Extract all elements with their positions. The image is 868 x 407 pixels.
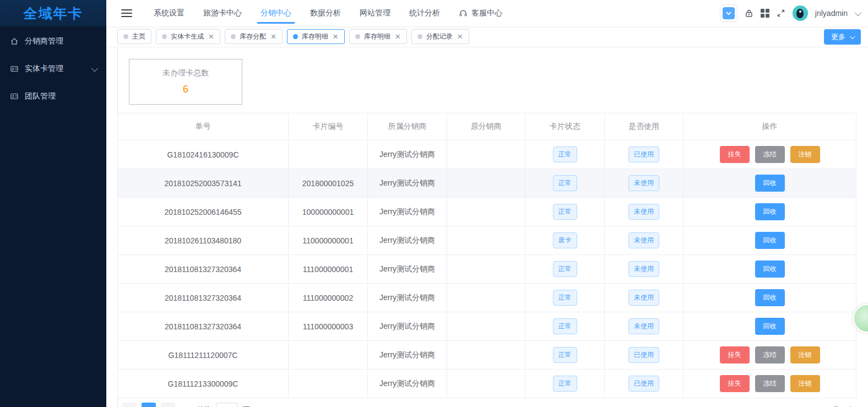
nav-item-7[interactable]: 客服中心	[449, 0, 512, 26]
action-button-primary[interactable]: 回收	[755, 203, 785, 220]
original-distributor-cell	[447, 341, 525, 370]
close-icon[interactable]: ✕	[208, 33, 214, 40]
distributor-cell: Jerry测试分销商	[368, 312, 447, 341]
sidebar-item-label: 团队管理	[25, 91, 56, 101]
table-row: 201811081327320364111000000001Jerry测试分销商…	[118, 255, 856, 284]
action-button-primary[interactable]: 回收	[755, 175, 785, 192]
card-status-cell: 正常	[525, 198, 605, 226]
tab-2[interactable]: 实体卡生成✕	[156, 29, 220, 44]
home-icon	[10, 37, 19, 46]
nav-item-4[interactable]: 数据分析	[301, 0, 350, 26]
lock-icon[interactable]	[745, 9, 753, 18]
close-icon[interactable]: ✕	[395, 33, 401, 40]
nav-item-6[interactable]: 统计分析	[400, 0, 449, 26]
nav-item-label: 旅游卡中心	[203, 8, 242, 18]
current-page-button[interactable]: 1	[142, 403, 156, 407]
more-tabs-button[interactable]: 更多	[824, 29, 861, 45]
order-number-cell: 201811081327320364	[118, 284, 289, 312]
apps-grid-icon[interactable]	[761, 9, 769, 18]
usage-status-badge: 未使用	[628, 318, 659, 334]
inventory-table: 单号卡片编号所属分销商原分销商卡片状态是否使用操作 G1810241613000…	[117, 113, 856, 398]
tab-4[interactable]: 库存明细✕	[287, 29, 345, 44]
usage-status-cell: 未使用	[605, 255, 683, 284]
tab-3[interactable]: 库存分配✕	[225, 29, 283, 44]
sidebar-item-1[interactable]: 分销商管理	[0, 28, 106, 55]
tab-5[interactable]: 库存明细✕	[349, 29, 407, 44]
prev-page-button[interactable]	[122, 403, 137, 407]
sidebar-item-label: 实体卡管理	[25, 64, 63, 74]
usage-status-cell: 已使用	[605, 140, 683, 169]
card-number-cell: 111000000003	[289, 312, 368, 341]
action-button-primary[interactable]: 回收	[755, 318, 785, 335]
card-status-cell: 正常	[525, 341, 605, 370]
card-number-cell: 111000000001	[289, 255, 368, 284]
hamburger-menu-icon[interactable]	[121, 7, 132, 19]
close-icon[interactable]: ✕	[457, 33, 463, 40]
sidebar-item-label: 分销商管理	[25, 36, 63, 46]
usage-status-cell: 未使用	[605, 284, 683, 312]
original-distributor-cell	[447, 140, 525, 169]
fullscreen-icon[interactable]	[777, 9, 785, 18]
action-button-warning[interactable]: 注销	[790, 346, 820, 363]
action-button-info[interactable]: 冻结	[755, 375, 785, 392]
close-icon[interactable]: ✕	[333, 33, 339, 40]
quick-action-dropdown-button[interactable]	[720, 4, 737, 22]
column-header: 所属分销商	[368, 113, 447, 140]
action-button-primary[interactable]: 回收	[755, 261, 785, 278]
action-button-danger[interactable]: 挂失	[720, 146, 750, 163]
nav-item-3[interactable]: 分销中心	[251, 0, 301, 26]
card-number-cell: 111000000002	[289, 284, 368, 312]
nav-item-1[interactable]: 系统设置	[144, 0, 194, 26]
action-button-info[interactable]: 冻结	[755, 146, 785, 163]
order-number-cell: 201810252006146455	[118, 198, 289, 226]
nav-item-5[interactable]: 网站管理	[350, 0, 400, 26]
actions-cell: 回收	[683, 226, 856, 255]
order-number-cell: G18111211120007C	[118, 341, 289, 370]
original-distributor-cell	[447, 284, 525, 312]
table-row: 201810252006146455100000000001Jerry测试分销商…	[118, 198, 856, 226]
sidebar-item-3[interactable]: 团队管理	[0, 83, 106, 110]
column-header: 操作	[683, 113, 856, 140]
distributor-cell: Jerry测试分销商	[368, 284, 447, 312]
action-button-danger[interactable]: 挂失	[720, 346, 750, 363]
goto-page-input[interactable]	[216, 403, 238, 407]
team-icon	[10, 92, 19, 101]
card-status-badge: 正常	[553, 261, 577, 277]
original-distributor-cell	[447, 370, 525, 398]
chevron-down-icon	[91, 64, 99, 72]
actions-cell: 回收	[683, 198, 856, 226]
tab-label: 库存明细	[302, 32, 328, 41]
column-header: 卡片编号	[289, 113, 368, 140]
tab-label: 库存明细	[364, 32, 390, 41]
action-button-info[interactable]: 冻结	[755, 346, 785, 363]
order-number-cell: 201811081327320364	[118, 255, 289, 284]
order-number-cell: 201810252003573141	[118, 169, 289, 198]
card-status-cell: 正常	[525, 284, 605, 312]
action-button-danger[interactable]: 挂失	[720, 375, 750, 392]
action-button-primary[interactable]: 回收	[755, 289, 785, 306]
usage-status-cell: 未使用	[605, 198, 683, 226]
table-row: G18102416130009CJerry测试分销商正常已使用挂失冻结注销	[118, 140, 856, 169]
card-status-cell: 正常	[525, 255, 605, 284]
tab-1[interactable]: 主页	[117, 29, 151, 44]
action-button-warning[interactable]: 注销	[790, 146, 820, 163]
username[interactable]: jnlyadmin	[815, 9, 848, 18]
user-avatar[interactable]	[793, 6, 808, 21]
table-body: G18102416130009CJerry测试分销商正常已使用挂失冻结注销201…	[118, 140, 856, 398]
top-header: 系统设置旅游卡中心分销中心数据分析网站管理统计分析客服中心 jnlyadmin	[106, 0, 868, 26]
tab-label: 主页	[132, 32, 145, 41]
chevron-down-icon	[850, 34, 855, 39]
usage-status-badge: 已使用	[628, 146, 659, 162]
card-status-badge: 正常	[553, 146, 577, 162]
usage-status-badge: 未使用	[628, 261, 659, 277]
close-icon[interactable]: ✕	[270, 33, 276, 40]
nav-item-2[interactable]: 旅游卡中心	[194, 0, 251, 26]
table-row: 201810261103480180110000000001Jerry测试分销商…	[118, 226, 856, 255]
action-button-warning[interactable]: 注销	[790, 375, 820, 392]
action-button-primary[interactable]: 回收	[755, 232, 785, 249]
tab-6[interactable]: 分配记录✕	[411, 29, 469, 44]
sidebar-item-2[interactable]: 实体卡管理	[0, 55, 106, 83]
next-page-button[interactable]	[161, 403, 175, 407]
pending-cards-stat-box: 未办理卡总数 6	[129, 59, 242, 105]
user-menu-chevron-down-icon[interactable]	[855, 9, 862, 16]
